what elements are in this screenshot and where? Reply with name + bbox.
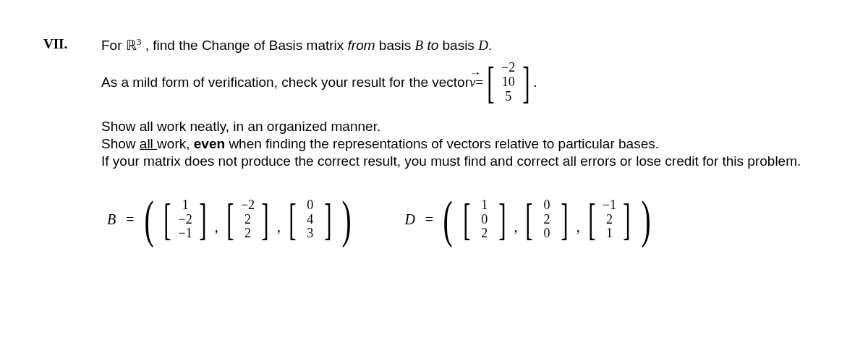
problem-label: VII. [43, 36, 80, 241]
basis-D-label: D [404, 211, 414, 228]
left-bracket-icon: [ [226, 203, 234, 237]
left-bracket-icon: [ [463, 203, 470, 237]
right-paren-icon: ) [342, 203, 352, 237]
comma: , [576, 219, 580, 241]
right-bracket-icon: ] [324, 203, 331, 237]
cell: 1 [477, 198, 493, 213]
D-vector-3: [ −1 2 1 ] [584, 198, 634, 241]
column: −1 2 1 [599, 198, 619, 241]
vector-column: −2 10 5 [498, 61, 519, 103]
line-5: If your matrix does not produce the corr… [101, 153, 825, 169]
basis-B-def: B = ( [ 1 −2 −1 ] , [ −2 [101, 198, 355, 241]
cell: 10 [501, 75, 516, 90]
D-vector-2: [ 0 2 0 ] [522, 198, 571, 241]
comma: , [277, 219, 281, 241]
vector-v: v [469, 75, 475, 90]
column: 0 4 3 [300, 198, 320, 241]
left-paren-icon: ( [443, 203, 453, 237]
cell: 2 [477, 227, 493, 241]
basis-B-label: B [107, 211, 116, 228]
cell: 0 [477, 213, 493, 227]
cell: 0 [302, 198, 318, 213]
text: basis [438, 38, 478, 53]
left-bracket-icon: [ [289, 203, 296, 237]
D-vector-1: [ 1 0 2 ] [459, 198, 509, 241]
B-vector-3: [ 0 4 3 ] [285, 198, 335, 241]
left-bracket-icon: [ [526, 203, 533, 237]
cell: −1 [601, 198, 617, 213]
from-italic: from [348, 38, 375, 53]
cell: 2 [601, 213, 617, 227]
text: Show [101, 136, 140, 151]
basis-definitions: B = ( [ 1 −2 −1 ] , [ −2 [101, 198, 825, 241]
cell: 4 [302, 213, 318, 227]
bold-even: even [194, 136, 225, 151]
right-paren-icon: ) [641, 203, 650, 237]
cell: 0 [539, 198, 555, 213]
period: . [533, 75, 537, 90]
underline-all: all [140, 136, 157, 151]
cell: 5 [501, 90, 516, 104]
cell: 2 [539, 213, 555, 227]
vector-matrix: [ −2 10 5 ] [483, 61, 533, 103]
text: basis [375, 38, 415, 53]
cell: 0 [539, 227, 555, 241]
basis-D-def: D = ( [ 1 0 2 ] , [ 0 2 [399, 198, 655, 241]
problem-container: VII. For ℝ3 , find the Change of Basis m… [43, 36, 825, 241]
column: 1 −2 −1 [175, 198, 195, 241]
cell: 2 [239, 227, 255, 241]
right-bracket-icon: ] [561, 203, 568, 237]
cell: 1 [601, 227, 617, 241]
right-bracket-icon: ] [498, 203, 506, 237]
line-2: As a mild form of verification, check yo… [101, 61, 825, 103]
instructions: Show all work neatly, in an organized ma… [101, 119, 825, 169]
text: . [488, 38, 492, 53]
text: when finding the representations of vect… [225, 136, 659, 151]
right-bracket-icon: ] [262, 203, 269, 237]
column: 1 0 2 [475, 198, 495, 241]
text: , find the Change of Basis matrix [141, 38, 347, 53]
basis-B: B [415, 38, 424, 53]
column: 0 2 0 [537, 198, 557, 241]
line-3: Show all work neatly, in an organized ma… [101, 119, 825, 135]
left-bracket-icon: [ [487, 66, 494, 100]
to-italic: to [423, 38, 438, 53]
B-vector-2: [ −2 2 2 ] [223, 198, 273, 241]
cell: 3 [302, 227, 318, 241]
cell: −1 [177, 227, 193, 241]
text: For [101, 38, 126, 53]
cell: −2 [501, 61, 516, 75]
left-bracket-icon: [ [164, 203, 171, 237]
right-bracket-icon: ] [624, 203, 631, 237]
cell: −2 [177, 213, 193, 227]
equals: = [425, 211, 433, 228]
text: work, [157, 136, 194, 151]
right-bracket-icon: ] [199, 203, 206, 237]
comma: , [215, 219, 218, 241]
problem-content: For ℝ3 , find the Change of Basis matrix… [101, 36, 825, 241]
text: As a mild form of verification, check yo… [101, 75, 469, 90]
cell: −2 [239, 198, 255, 213]
cell: 2 [239, 213, 255, 227]
B-vector-1: [ 1 −2 −1 ] [160, 198, 210, 241]
line-4: Show all work, even when finding the rep… [101, 136, 825, 152]
cell: 1 [177, 198, 193, 213]
column: −2 2 2 [237, 198, 258, 241]
equals: = [126, 211, 134, 228]
real-symbol: ℝ [126, 37, 137, 54]
left-bracket-icon: [ [588, 203, 595, 237]
comma: , [514, 219, 517, 241]
line-1: For ℝ3 , find the Change of Basis matrix… [101, 36, 825, 54]
left-paren-icon: ( [144, 203, 153, 237]
basis-D: D [478, 38, 488, 53]
right-bracket-icon: ] [522, 66, 529, 100]
